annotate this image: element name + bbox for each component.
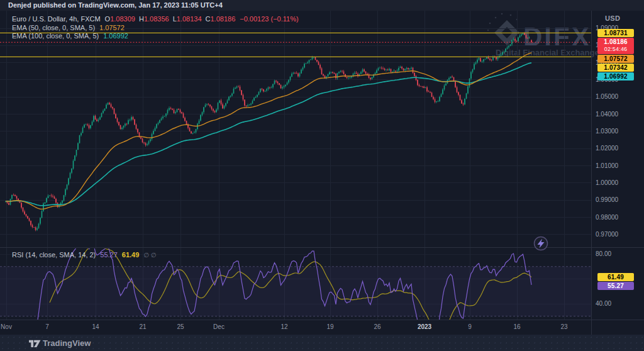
ema50-legend-row[interactable]: EMA (50, close, 0, SMA, 5) 1.07572 — [12, 24, 125, 31]
time-axis-label-Dec[interactable]: Dec — [213, 323, 225, 330]
rsi-axis-tick[interactable]: 40.00 — [596, 300, 611, 308]
price-chart-canvas[interactable]: DIFXDigital Financial Exchange — [0, 0, 644, 351]
rsi-value: 55.27 — [100, 251, 118, 259]
time-axis-label-2023[interactable]: 2023 — [418, 323, 431, 330]
price-axis-tick[interactable]: 0.97000 — [596, 231, 618, 238]
rsi-band — [0, 267, 591, 316]
ema100-value: 1.06992 — [103, 32, 128, 40]
symbol-title: Euro / U.S. Dollar, 4h, FXCM — [12, 15, 101, 23]
time-axis-label-23[interactable]: 23 — [560, 323, 567, 330]
rsi-label: RSI (14, close, SMA, 14, 2) — [12, 251, 96, 259]
price-axis-tick[interactable]: 1.02000 — [596, 145, 618, 152]
symbol-legend-row[interactable]: Euro / U.S. Dollar, 4h, FXCM O1.08309H1.… — [12, 15, 299, 23]
rsi-legend-row[interactable]: RSI (14, close, SMA, 14, 2) 55.27 61.49 … — [12, 251, 157, 259]
price-label-badge-level: 1.08731 — [597, 29, 634, 37]
publish-header: Denjed published on TradingView.com, Jan… — [0, 0, 644, 11]
price-label-badge-ema50: 1.07572 — [597, 55, 634, 63]
rsi-axis-tick[interactable]: 80.00 — [596, 250, 611, 258]
tradingview-brand-link[interactable]: TradingView — [43, 338, 91, 348]
time-axis-label-12[interactable]: 12 — [280, 323, 287, 330]
time-axis-label-16[interactable]: 16 — [513, 323, 520, 330]
ohlc-o: O1.08309 — [105, 15, 135, 23]
price-axis-tick[interactable]: 1.05000 — [596, 93, 618, 101]
price-axis-currency[interactable]: USD — [605, 14, 620, 22]
tradingview-logo-icon[interactable] — [29, 338, 41, 348]
time-axis-label-9[interactable]: 9 — [468, 323, 472, 330]
time-axis-label-25[interactable]: 25 — [177, 323, 184, 330]
price-axis-tick[interactable]: 1.01000 — [596, 162, 618, 170]
time-axis-label-26[interactable]: 26 — [374, 323, 380, 330]
svg-text:DIFX: DIFX — [523, 22, 591, 52]
attribution-bar: TradingView — [0, 335, 644, 351]
rsi-ma-value: 61.49 — [122, 251, 140, 259]
ema100-label: EMA (100, close, 0, SMA, 5) — [12, 32, 99, 40]
time-axis-label-7[interactable]: 7 — [45, 323, 49, 330]
ohlc-h: H1.08356 — [139, 15, 169, 23]
time-axis-label-21[interactable]: 21 — [139, 323, 146, 330]
ohlc-values: O1.08309H1.08356L1.08134C1.08186 — [105, 15, 236, 23]
ema100-legend-row[interactable]: EMA (100, close, 0, SMA, 5) 1.06992 — [12, 32, 128, 40]
price-axis-tick[interactable]: 0.98000 — [596, 214, 618, 221]
publish-text: Denjed published on TradingView.com, Jan… — [8, 1, 223, 9]
time-axis-label-14[interactable]: 14 — [92, 323, 99, 330]
ohlc-c: C1.08186 — [206, 15, 236, 23]
price-label-badge-rsi_ma: 61.49 — [597, 273, 634, 281]
ema50-value: 1.07572 — [99, 24, 125, 31]
price-axis-tick[interactable]: 0.99000 — [596, 196, 618, 204]
ohlc-l: L1.08134 — [173, 15, 202, 23]
price-label-badge-last: 1.0818602:54:46 — [597, 38, 634, 54]
ema50-line — [6, 53, 531, 209]
price-axis-tick[interactable]: 1.04000 — [596, 111, 618, 118]
price-axis-tick[interactable]: 1.03000 — [596, 128, 618, 135]
bar-countdown: 02:54:46 — [597, 45, 634, 53]
rsi-null-markers-icon: ∅ ∅ — [143, 252, 156, 259]
price-label-badge-ema100: 1.06992 — [597, 72, 634, 81]
tradingview-chart-widget: DIFXDigital Financial Exchange Denjed pu… — [0, 0, 644, 351]
svg-text:Digital Financial Exchange: Digital Financial Exchange — [496, 48, 599, 57]
time-axis-label-19[interactable]: 19 — [326, 323, 333, 330]
ema50-label: EMA (50, close, 0, SMA, 5) — [12, 24, 95, 31]
boost-lightning-button[interactable] — [535, 237, 548, 250]
time-axis-label-Nov[interactable]: Nov — [1, 323, 12, 330]
change-value: −0.00123 (−0.11%) — [240, 15, 298, 23]
price-axis-tick[interactable]: 1.00000 — [596, 179, 618, 187]
price-label-badge-level: 1.07342 — [597, 64, 634, 72]
price-label-badge-rsi: 55.27 — [597, 282, 634, 290]
